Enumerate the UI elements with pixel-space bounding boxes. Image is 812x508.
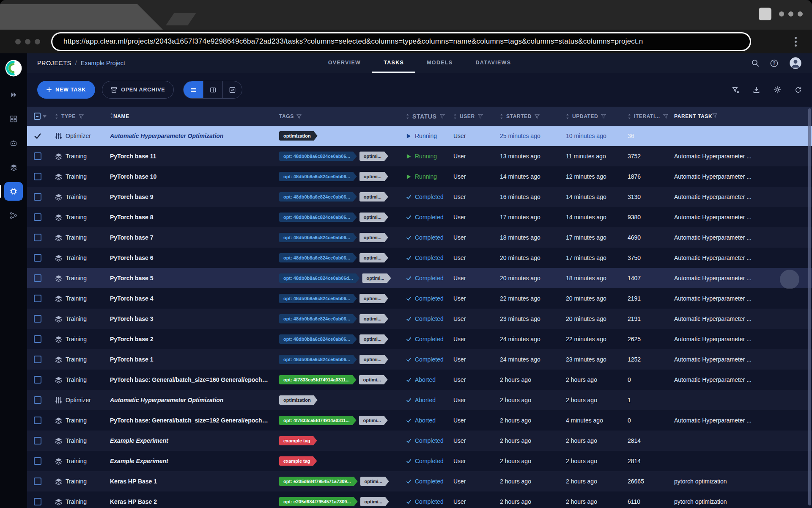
help-icon[interactable]: ?	[770, 59, 778, 67]
row-checkbox[interactable]	[34, 396, 41, 404]
row-checkbox[interactable]	[34, 295, 41, 302]
sort-icon[interactable]	[628, 114, 631, 119]
select-all-checkbox[interactable]	[34, 113, 41, 120]
task-name[interactable]: PyTorch base 8	[106, 207, 275, 227]
table-row[interactable]: OptimizerAutomatic Hyperparameter Optimi…	[27, 390, 812, 410]
tag-pill[interactable]: optimization	[279, 395, 318, 405]
row-checkbox[interactable]	[34, 417, 41, 424]
tag-pill[interactable]: opt: 48db0b8a6c824ce0ab06d...	[279, 273, 359, 283]
tag-pill[interactable]: opt: e205d684f7954571a7309...	[279, 477, 358, 486]
window-menu-dots[interactable]	[779, 11, 803, 17]
tag-pill[interactable]: optimi...	[359, 355, 388, 364]
tag-pill[interactable]: opt: 48db0b8a6c824ce0ab06...	[279, 355, 357, 364]
tab-tasks[interactable]: TASKS	[372, 53, 415, 73]
browser-tab[interactable]	[0, 4, 163, 30]
tag-pill[interactable]: optimi...	[359, 334, 388, 344]
tag-pill[interactable]: opt: 48db0b8a6c824ce0ab06...	[279, 172, 357, 181]
download-icon[interactable]	[753, 86, 760, 94]
tab-overview[interactable]: OVERVIEW	[317, 53, 373, 73]
table-row[interactable]: TrainingPyTorch base 8opt: 48db0b8a6c824…	[27, 207, 812, 227]
filter-icon[interactable]	[478, 114, 483, 119]
table-row[interactable]: TrainingPyTorch base 3opt: 48db0b8a6c824…	[27, 309, 812, 329]
window-restore-button[interactable]	[759, 8, 771, 20]
row-checkbox[interactable]	[34, 335, 41, 343]
column-header-updated[interactable]: UPDATED	[562, 113, 623, 119]
search-icon[interactable]	[752, 59, 759, 67]
task-name[interactable]: PyTorch base 4	[106, 288, 275, 309]
sort-icon[interactable]	[500, 114, 503, 119]
table-row[interactable]: TrainingPyTorch base 4opt: 48db0b8a6c824…	[27, 288, 812, 309]
row-checkbox[interactable]	[34, 376, 41, 384]
tag-pill[interactable]: optimi...	[359, 213, 388, 222]
table-row[interactable]: TrainingExample Experimentexample tagCom…	[27, 451, 812, 471]
tag-pill[interactable]: opt: e205d684f7954571a7309...	[279, 497, 358, 506]
tag-pill[interactable]: optimi...	[359, 314, 388, 323]
breadcrumb-current[interactable]: Example Project	[81, 60, 126, 66]
sort-icon[interactable]	[566, 114, 569, 119]
sort-icon[interactable]	[55, 114, 58, 119]
table-row[interactable]: TrainingPyTorch base 7opt: 48db0b8a6c824…	[27, 227, 812, 248]
tag-pill[interactable]: opt: 48db0b8a6c824ce0ab06...	[279, 213, 357, 222]
tag-pill[interactable]: opt: 48db0b8a6c824ce0ab06...	[279, 192, 357, 202]
table-row[interactable]: TrainingKeras HP Base 2opt: e205d684f795…	[27, 491, 812, 508]
tag-pill[interactable]: optimi...	[359, 233, 388, 242]
tag-pill[interactable]: example tag	[279, 456, 317, 466]
filter-icon[interactable]	[712, 113, 717, 118]
task-name[interactable]: PyTorch base 5	[106, 268, 275, 288]
filter-icon[interactable]	[601, 114, 606, 119]
row-checkbox[interactable]	[34, 356, 41, 363]
settings-icon[interactable]	[774, 86, 781, 94]
filter-icon[interactable]	[535, 114, 540, 119]
sidebar-item-pipelines[interactable]	[4, 206, 23, 225]
row-checkbox[interactable]	[34, 254, 41, 262]
task-name[interactable]: PyTorch base: General/batch_size=192 Gen…	[106, 410, 275, 431]
task-name[interactable]: PyTorch base 9	[106, 187, 275, 207]
column-header-status[interactable]: STATUS	[402, 113, 449, 120]
column-header-started[interactable]: STARTED	[496, 113, 562, 119]
column-header-name[interactable]: NAME	[106, 106, 275, 127]
table-row[interactable]: TrainingExample Experimentexample tagCom…	[27, 431, 812, 451]
tag-pill[interactable]: optimi...	[362, 273, 391, 283]
filter-icon[interactable]	[440, 114, 445, 119]
filter-icon[interactable]	[663, 114, 668, 119]
tag-pill[interactable]: opt: 48db0b8a6c824ce0ab06...	[279, 334, 357, 344]
task-name[interactable]: Keras HP Base 1	[106, 471, 275, 491]
table-row[interactable]: TrainingPyTorch base: General/batch_size…	[27, 370, 812, 390]
sidebar-item-experiments[interactable]	[4, 182, 23, 201]
chart-view-button[interactable]	[222, 81, 242, 98]
sort-icon[interactable]	[406, 114, 409, 119]
task-name[interactable]: Keras HP Base 2	[106, 491, 275, 508]
column-header-iteration[interactable]: ITERATI...	[623, 113, 670, 119]
column-header-type[interactable]: TYPE	[51, 113, 106, 119]
task-name[interactable]: PyTorch base 6	[106, 248, 275, 268]
task-name[interactable]: PyTorch base 2	[106, 329, 275, 349]
tag-pill[interactable]: optimi...	[360, 477, 389, 486]
column-header-user[interactable]: USER	[449, 113, 496, 119]
tag-pill[interactable]: opt: 4f7833ca5fd74914a0311...	[279, 416, 357, 425]
column-header-parent[interactable]: PARENT TASK	[670, 106, 812, 127]
task-name[interactable]: PyTorch base 7	[106, 227, 275, 248]
browser-tab-secondary[interactable]	[166, 13, 196, 25]
tab-models[interactable]: MODELS	[415, 53, 464, 73]
row-checkbox[interactable]	[34, 234, 41, 241]
task-name[interactable]: PyTorch base: General/batch_size=160 Gen…	[106, 370, 275, 390]
new-task-button[interactable]: NEW TASK	[37, 81, 95, 99]
table-row[interactable]: TrainingPyTorch base 2opt: 48db0b8a6c824…	[27, 329, 812, 349]
browser-menu-icon[interactable]	[795, 37, 797, 47]
clearml-logo[interactable]	[5, 59, 22, 77]
filter-icon[interactable]	[296, 114, 302, 119]
row-checkbox[interactable]	[34, 457, 41, 465]
table-row[interactable]: TrainingPyTorch base 9opt: 48db0b8a6c824…	[27, 187, 812, 207]
tag-pill[interactable]: opt: 48db0b8a6c824ce0ab06...	[279, 233, 357, 242]
table-row[interactable]: TrainingKeras HP Base 1opt: e205d684f795…	[27, 471, 812, 491]
tag-pill[interactable]: opt: 48db0b8a6c824ce0ab06...	[279, 294, 357, 303]
tag-pill[interactable]: optimi...	[359, 172, 388, 181]
row-checkbox[interactable]	[34, 498, 41, 505]
refresh-icon[interactable]	[795, 86, 802, 94]
table-row[interactable]: TrainingPyTorch base 5opt: 48db0b8a6c824…	[27, 268, 812, 288]
table-view-button[interactable]	[184, 81, 203, 98]
tag-pill[interactable]: optimi...	[359, 253, 388, 262]
sort-icon[interactable]	[453, 114, 457, 119]
row-checkbox[interactable]	[34, 173, 41, 180]
filter-icon[interactable]	[79, 114, 84, 119]
